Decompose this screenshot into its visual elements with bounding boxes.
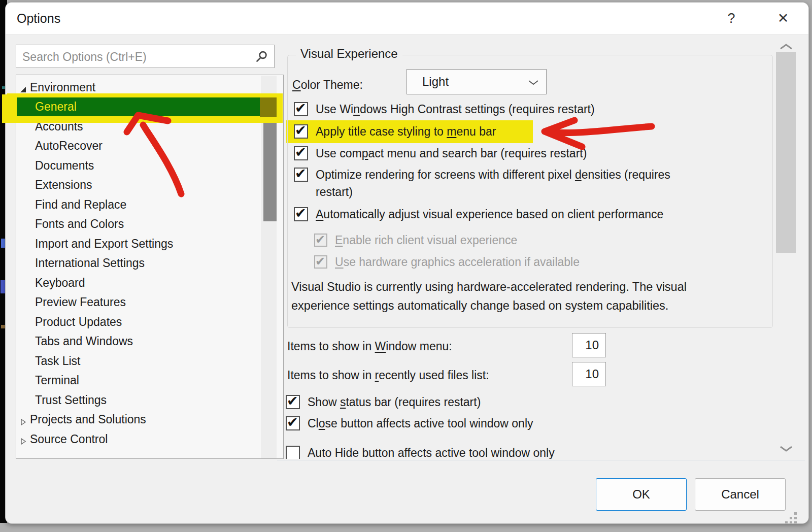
checkbox-pixel-densities[interactable]: Optimize rendering for screens with diff… [294,165,670,184]
tree-item-product-updates[interactable]: Product Updates [16,312,261,332]
checkbox-high-contrast[interactable]: Use Windows High Contrast settings (requ… [294,100,595,118]
checkbox-box[interactable] [294,102,308,116]
checkbox-box[interactable] [286,395,300,409]
tree-item-international-settings[interactable]: International Settings [16,254,261,274]
tree-item-preview-features[interactable]: Preview Features [16,293,261,313]
window-menu-items-input[interactable] [572,333,606,357]
tree-item-autorecover[interactable]: AutoRecover [16,137,261,156]
help-button[interactable]: ? [718,5,745,31]
collapsed-triangle-icon[interactable] [19,435,27,443]
checkbox-box [314,234,327,247]
options-dialog: Options ? ✕ Environment General A [5,2,809,524]
tree-scrollbar-track[interactable] [261,76,277,458]
window-title: Options [17,3,60,34]
panel-divider [277,460,805,460]
search-input[interactable] [21,45,247,69]
ok-button[interactable]: OK [596,478,687,511]
highlighter-annotation-general-bottom [2,116,283,123]
highlighter-annotation-general-right [277,93,283,123]
checkbox-box[interactable] [294,146,308,160]
checkbox-box[interactable] [294,124,308,139]
checkbox-pixel-densities-wrap: restart) [316,185,353,199]
rendering-status-text: Visual Studio is currently using hardwar… [291,278,740,315]
recent-files-items-input[interactable] [572,362,606,386]
tree-item-keyboard[interactable]: Keyboard [16,273,261,293]
tree-item-tabs-and-windows[interactable]: Tabs and Windows [16,332,261,352]
checkbox-box[interactable] [294,207,308,221]
search-box [16,45,275,68]
chevron-down-icon [528,79,539,88]
tree-item-trust-settings[interactable]: Trust Settings [16,390,261,410]
tree-item-terminal[interactable]: Terminal [16,371,261,391]
color-theme-select[interactable]: Light [407,69,547,94]
checkbox-box[interactable] [286,416,300,430]
recent-files-items-label: Items to show in recently used files lis… [287,366,489,384]
search-icon [255,50,268,65]
scroll-down-icon[interactable] [779,445,793,454]
tree-item-task-list[interactable]: Task List [16,351,261,371]
titlebar: Options ? ✕ [6,3,808,35]
color-theme-label: Color Theme: [292,76,363,94]
checkbox-rich-client-visual: Enable rich client visual experience [314,231,517,249]
checkbox-title-case-menu-bar[interactable]: Apply title case styling to menu bar [294,122,496,141]
tree-item-extensions[interactable]: Extensions [16,176,261,195]
scroll-up-icon[interactable] [779,43,793,52]
group-label: Visual Experience [296,47,402,61]
checkbox-compact-menu[interactable]: Use compact menu and search bar (require… [294,144,587,162]
checkbox-hardware-acceleration: Use hardware graphics acceleration if av… [314,253,580,271]
checkbox-box[interactable] [286,446,300,460]
checkbox-show-status-bar[interactable]: Show status bar (requires restart) [286,393,481,411]
window-menu-items-label: Items to show in Window menu: [287,337,452,355]
tree-item-find-and-replace[interactable]: Find and Replace [16,195,261,215]
collapsed-triangle-icon[interactable] [19,416,27,424]
highlighter-annotation-general-left [2,94,17,123]
tree-item-general[interactable]: General [16,97,261,117]
highlighter-annotation-general-top [7,93,283,97]
expanded-triangle-icon[interactable] [19,83,27,91]
tree-item-source-control[interactable]: Source Control [16,429,261,449]
color-theme-value: Light [422,70,449,94]
screen: Options ? ✕ Environment General A [0,0,812,532]
checkbox-box [314,255,327,269]
panel-scrollbar-thumb[interactable] [776,52,796,253]
highlighter-over-scrollbar [260,97,277,117]
tree-item-projects-and-solutions[interactable]: Projects and Solutions [16,410,261,430]
tree-item-import-export-settings[interactable]: Import and Export Settings [16,234,261,254]
tree-item-fonts-and-colors[interactable]: Fonts and Colors [16,215,261,235]
checkbox-auto-adjust-visual[interactable]: Automatically adjust visual experience b… [294,205,663,223]
close-button[interactable]: ✕ [770,5,796,31]
checkbox-box[interactable] [294,168,308,182]
options-category-tree: Environment General Accounts AutoRecover… [16,75,284,459]
checkbox-close-button-active-window[interactable]: Close button affects active tool window … [286,414,533,433]
tree-item-documents[interactable]: Documents [16,156,261,176]
cancel-button[interactable]: Cancel [695,478,786,511]
